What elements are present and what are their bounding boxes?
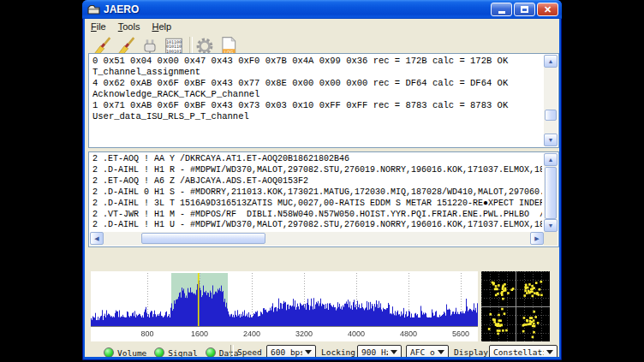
data-led xyxy=(206,347,216,357)
signal-indicator: Signal xyxy=(154,347,197,357)
close-button[interactable]: ✕ xyxy=(537,3,558,16)
vertical-scrollbar[interactable]: ▲ ▼ xyxy=(544,55,558,146)
scrollbar-corner xyxy=(544,232,558,246)
console-line: T_channel_assignment xyxy=(92,67,542,78)
chevron-down-icon xyxy=(305,350,312,354)
console-line: 2 .ET-AOQ ! A6 Z /ABJCAYA.ADS.ET-AOQ0153… xyxy=(92,176,542,187)
afc-select[interactable]: AFC on xyxy=(406,345,449,357)
volume-led xyxy=(104,347,114,357)
chevron-down-icon xyxy=(391,350,397,354)
display-label: Display xyxy=(454,347,488,357)
menu-help[interactable]: Help xyxy=(146,20,177,33)
client-area: File Tools Help xyxy=(85,19,559,357)
constellation-canvas xyxy=(481,271,550,341)
hex-console[interactable]: 0 0x51 0x04 0x00 0x47 0x43 0xF0 0x7B 0x4… xyxy=(88,53,559,148)
message-console[interactable]: 2 .ET-AOQ ! AA Y /DKRCAYA.AT1.ET-AOQ20B1… xyxy=(88,151,559,247)
speed-select[interactable]: 600 bps xyxy=(266,345,316,357)
minimize-icon xyxy=(498,11,505,14)
constellation-display xyxy=(481,271,550,341)
menu-bar: File Tools Help xyxy=(85,19,559,34)
console-line: User_data_ISU_RLS_P_T_channel xyxy=(92,111,542,122)
window-title: JAERO xyxy=(104,3,489,15)
screen: JAERO ✕ File Tools Help xyxy=(0,0,644,362)
maximize-icon xyxy=(521,6,528,13)
scroll-left-button[interactable]: ◀ xyxy=(90,232,104,245)
minimize-button[interactable] xyxy=(491,3,512,16)
console-line: Acknowledge_RACK_TACK_P_channel xyxy=(92,89,542,100)
title-bar[interactable]: JAERO ✕ xyxy=(82,0,562,19)
hex-console-text: 0 0x51 0x04 0x00 0x47 0x43 0xF0 0x7B 0x4… xyxy=(92,56,542,145)
locking-value: 900 Hz xyxy=(361,347,388,357)
horizontal-scrollbar[interactable]: ◀ ▶ xyxy=(90,232,544,246)
afc-value: AFC on xyxy=(410,347,435,357)
led-indicators: Volume Signal Data xyxy=(104,345,239,357)
maximize-button[interactable] xyxy=(514,3,535,16)
close-icon: ✕ xyxy=(544,5,552,15)
console-line: 2 .VT-JWR ! H1 M - #MDPOS/RF DIBLI.N58W0… xyxy=(92,210,542,221)
message-console-text: 2 .ET-AOQ ! AA Y /DKRCAYA.AT1.ET-AOQ20B1… xyxy=(92,154,542,232)
display-value: Constellation xyxy=(493,347,544,357)
signal-led-label: Signal xyxy=(168,348,197,358)
console-line: 2 .D-AIHL 0 H1 S - #MDORRY,211013.KOK,17… xyxy=(92,187,542,199)
console-line: 2 .ET-AOQ ! AA Y /DKRCAYA.AT1.ET-AOQ20B1… xyxy=(92,154,542,165)
spectrum-display[interactable] xyxy=(91,271,478,341)
locking-select[interactable]: 900 Hz xyxy=(357,345,402,357)
console-line: 0 0x51 0x04 0x00 0x47 0x43 0xF0 0x7B 0x4… xyxy=(92,56,542,67)
scroll-up-button[interactable]: ▲ xyxy=(544,153,558,166)
display-select[interactable]: Constellation xyxy=(489,345,558,357)
menu-file[interactable]: File xyxy=(85,20,112,33)
controls-row: Volume Signal Data Speed 600 bps xyxy=(85,345,559,357)
scroll-right-button[interactable]: ▶ xyxy=(530,232,544,245)
speed-value: 600 bps xyxy=(271,347,302,357)
scroll-down-button[interactable]: ▼ xyxy=(544,134,558,146)
console-line: 2 .D-AIHL ! H1 U - #MDPWI/WD370,MALOT,29… xyxy=(92,220,542,231)
spectrum-canvas[interactable] xyxy=(91,271,478,341)
console-line: 2 .D-AIHL ! 3L T 1516A9D316513ZATIS MUC,… xyxy=(92,199,542,210)
controls-separator xyxy=(230,345,234,357)
jaero-window: JAERO ✕ File Tools Help xyxy=(82,0,562,360)
data-led-label: Data xyxy=(219,348,239,358)
chevron-down-icon xyxy=(438,350,444,354)
app-icon xyxy=(87,3,100,15)
scrollbar-thumb[interactable] xyxy=(141,233,265,244)
volume-led-label: Volume xyxy=(117,348,146,358)
console-line: 4 0x62 0xAB 0x6F 0xBF 0x43 0x77 0x8E 0x0… xyxy=(92,78,542,89)
volume-indicator: Volume xyxy=(104,347,146,357)
console-line: 1 0x71 0xAB 0x6F 0xBF 0x43 0x73 0x03 0x1… xyxy=(92,100,542,111)
scroll-down-button[interactable]: ▼ xyxy=(544,219,558,232)
vertical-scrollbar[interactable]: ▲ ▼ xyxy=(544,153,558,232)
chevron-down-icon xyxy=(546,350,553,354)
scroll-up-button[interactable]: ▲ xyxy=(544,55,558,68)
scrollbar-thumb[interactable] xyxy=(545,110,557,121)
signal-led xyxy=(154,347,164,357)
speed-label: Speed xyxy=(237,347,262,357)
locking-label: Locking xyxy=(321,347,355,357)
scrollbar-thumb[interactable] xyxy=(545,167,557,219)
console-line: 2 .D-AIHL ! H1 R - #MDPWI/WD370,MALOT,29… xyxy=(92,165,542,176)
menu-tools[interactable]: Tools xyxy=(112,20,146,33)
